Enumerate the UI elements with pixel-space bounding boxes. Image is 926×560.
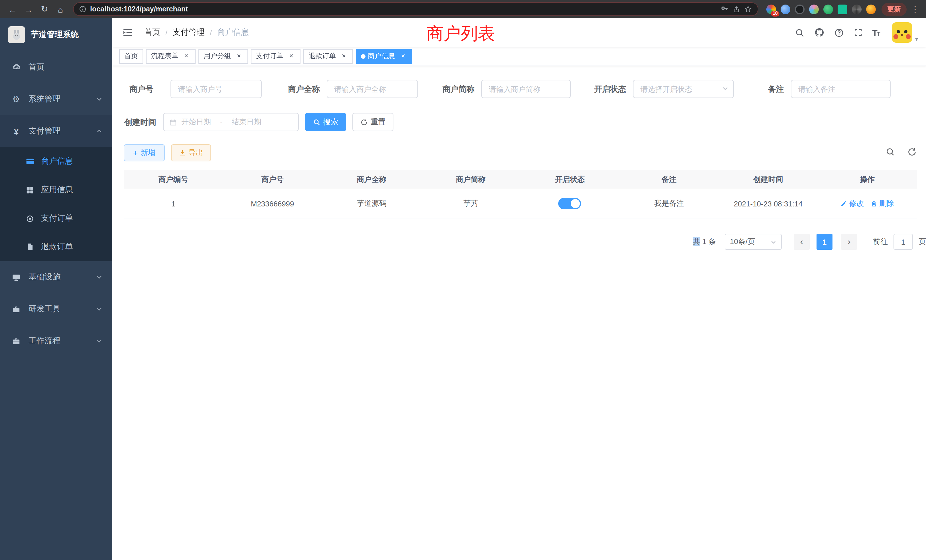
tab-pay-order[interactable]: 支付订单 ×	[251, 49, 301, 64]
password-key-icon[interactable]	[721, 5, 729, 13]
end-date-placeholder: 结束日期	[232, 117, 262, 127]
merchant-no-field	[171, 80, 262, 98]
sidebar-item-label: 商户信息	[41, 156, 73, 166]
sidebar-item-label: 系统管理	[29, 94, 61, 104]
refresh-icon[interactable]	[907, 147, 917, 157]
current-page-button[interactable]: 1	[817, 234, 832, 250]
close-icon[interactable]: ×	[235, 52, 243, 60]
sidebar-item-dev-tools[interactable]: 研发工具	[0, 293, 112, 325]
edit-link[interactable]: 修改	[840, 198, 864, 209]
screen: ← → ↻ ⌂ localhost:1024/pay/merchant 10	[0, 0, 926, 560]
tab-home[interactable]: 首页	[119, 49, 143, 64]
chrome-update-button[interactable]: 更新	[882, 3, 906, 16]
page-info-icon[interactable]	[79, 6, 86, 12]
col-header: 商户简称	[421, 174, 520, 185]
col-header: 创建时间	[719, 174, 818, 185]
add-button[interactable]: + 新增	[124, 144, 165, 161]
back-icon[interactable]: ←	[5, 2, 21, 17]
tab-user-group[interactable]: 用户分组 ×	[198, 49, 248, 64]
merchant-no-input[interactable]	[171, 80, 262, 98]
sidebar-item-refund-order[interactable]: 退款订单	[0, 233, 112, 261]
sidebar-item-pay-order[interactable]: 支付订单	[0, 204, 112, 233]
cell-status	[520, 198, 619, 209]
breadcrumb-home[interactable]: 首页	[144, 27, 160, 38]
sidebar-item-label: 支付订单	[41, 213, 73, 224]
profile-avatar-icon[interactable]	[866, 4, 876, 14]
close-icon[interactable]: ×	[340, 52, 348, 60]
sidebar-item-label: 研发工具	[29, 304, 61, 314]
col-header: 操作	[818, 174, 917, 185]
browser-toolbar: ← → ↻ ⌂ localhost:1024/pay/merchant 10	[0, 0, 926, 18]
remark-input[interactable]	[791, 80, 891, 98]
status-select-input[interactable]	[633, 80, 734, 98]
delete-link[interactable]: 删除	[871, 198, 894, 209]
forward-icon[interactable]: →	[21, 2, 36, 17]
app-logo[interactable]: 芋道管理系统	[0, 18, 112, 51]
help-icon[interactable]	[834, 28, 844, 37]
sidebar-item-payment[interactable]: ¥ 支付管理	[0, 115, 112, 147]
prev-page-button[interactable]: ‹	[794, 234, 809, 250]
sidebar-item-home[interactable]: 首页	[0, 51, 112, 83]
remark-label: 备注	[745, 80, 784, 98]
status-toggle[interactable]	[558, 198, 581, 209]
bank-card-icon	[25, 157, 35, 166]
short-name-input[interactable]	[481, 80, 571, 98]
extension-icon-green-square[interactable]	[838, 4, 847, 14]
yen-icon: ¥	[11, 126, 21, 136]
extension-icon-multicolor[interactable]	[809, 4, 819, 14]
goto-page-input[interactable]	[894, 234, 913, 250]
search-icon[interactable]	[794, 28, 804, 37]
edit-link-label: 修改	[849, 198, 864, 209]
close-icon[interactable]: ×	[183, 52, 191, 60]
extension-icon-colorwheel[interactable]: 10	[766, 4, 776, 14]
col-header: 商户全称	[322, 174, 421, 185]
logo-avatar	[8, 26, 25, 43]
browser-menu-icon[interactable]: ⋮	[909, 5, 921, 14]
extension-icon-pinwheel[interactable]	[852, 4, 862, 14]
extension-icon-dark-ring[interactable]	[795, 4, 805, 14]
sidebar-item-workflow[interactable]: 工作流程	[0, 325, 112, 357]
share-icon[interactable]	[733, 5, 740, 13]
close-icon[interactable]: ×	[287, 52, 295, 60]
font-size-icon[interactable]: TT	[872, 28, 880, 37]
github-icon[interactable]	[814, 27, 824, 38]
breadcrumb-section[interactable]: 支付管理	[173, 27, 205, 38]
hamburger-icon[interactable]	[117, 28, 139, 37]
extension-icon-blue-drop[interactable]	[781, 4, 790, 14]
sidebar-item-system[interactable]: ⚙ 系统管理	[0, 83, 112, 115]
breadcrumb-separator: /	[165, 28, 168, 37]
pagination: 共 1 条 10条/页 ‹ 1 › 前往 页	[124, 234, 917, 250]
status-select[interactable]	[633, 80, 734, 98]
tab-refund-order[interactable]: 退款订单 ×	[303, 49, 353, 64]
tab-process-form[interactable]: 流程表单 ×	[146, 49, 195, 64]
cell-merchant-id: 1	[124, 199, 223, 208]
export-button[interactable]: 导出	[171, 144, 211, 161]
address-bar[interactable]: localhost:1024/pay/merchant	[73, 2, 758, 16]
sidebar-item-label: 首页	[29, 62, 44, 73]
search-button[interactable]: 搜索	[305, 113, 346, 131]
reset-button[interactable]: 重置	[353, 113, 393, 131]
next-page-button[interactable]: ›	[841, 234, 857, 250]
page-title-annotation: 商户列表	[427, 22, 495, 45]
start-date-placeholder: 开始日期	[181, 117, 211, 127]
chevron-down-icon	[96, 338, 102, 344]
close-icon[interactable]: ×	[399, 52, 407, 60]
fullscreen-icon[interactable]	[853, 28, 862, 37]
sidebar-item-merchant-info[interactable]: 商户信息	[0, 147, 112, 176]
user-menu[interactable]: ▾	[892, 22, 918, 43]
sidebar-item-app-info[interactable]: 应用信息	[0, 176, 112, 204]
sidebar-item-infrastructure[interactable]: 基础设施	[0, 261, 112, 293]
reload-icon[interactable]: ↻	[36, 2, 53, 17]
page-size-select[interactable]: 10条/页	[725, 234, 782, 250]
tab-merchant-info[interactable]: 商户信息 ×	[356, 49, 412, 64]
home-icon[interactable]: ⌂	[53, 2, 68, 17]
full-name-label: 商户全称	[274, 80, 320, 98]
full-name-input[interactable]	[327, 80, 418, 98]
bookmark-star-icon[interactable]	[744, 5, 752, 13]
toggle-search-icon[interactable]	[885, 147, 895, 157]
user-avatar[interactable]	[892, 22, 912, 43]
extension-badge: 10	[771, 11, 779, 16]
chevron-down-icon	[96, 274, 102, 280]
extension-icon-green-circle[interactable]	[823, 4, 833, 14]
create-time-range-picker[interactable]: 开始日期 - 结束日期	[163, 113, 299, 131]
